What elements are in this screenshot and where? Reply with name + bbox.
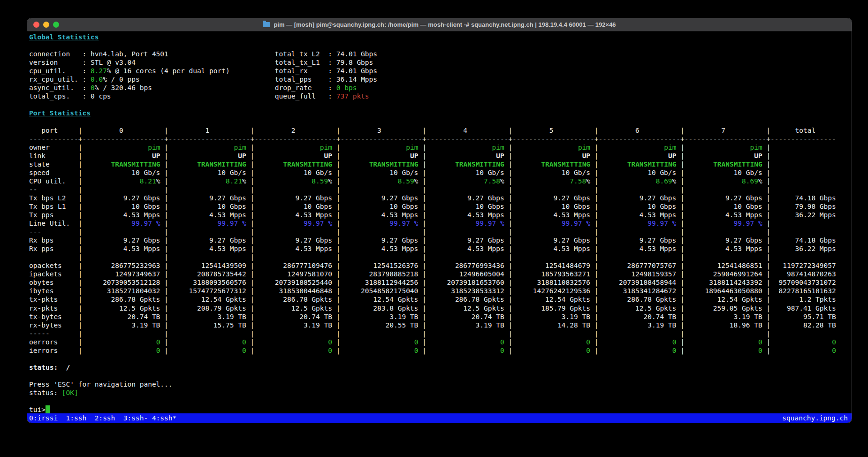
tmux-hostname: squanchy.ipng.ch xyxy=(782,413,848,423)
terminal-line: --- | | | | | | | | | xyxy=(29,228,852,236)
close-button[interactable] xyxy=(33,22,39,28)
zoom-button[interactable] xyxy=(53,22,59,28)
terminal-line xyxy=(29,355,852,363)
terminal-line: rx_cpu_util. : 0.0% / 0 pps total_pps : … xyxy=(29,75,852,84)
terminal-line: cpu_util. : 8.27% @ 16 cores (4 per dual… xyxy=(29,67,852,75)
terminal-line: port | 0 | 1 | 2 | 3 | 4 | 5 | 6 | 7 | t… xyxy=(29,126,852,135)
terminal-line: opackets | 286775232963 | 12541439509 | … xyxy=(29,261,852,270)
terminal-line: CPU util. | 8.21% | 8.21% | 8.59% | 8.59… xyxy=(29,177,852,185)
terminal-screen[interactable]: Global Statistics connection : hvn4.lab,… xyxy=(27,31,852,413)
terminal-line: speed | 10 Gb/s | 10 Gb/s | 10 Gb/s | 10… xyxy=(29,168,852,177)
terminal-line: owner | pim | pim | pim | pim | pim | pi… xyxy=(29,143,852,152)
terminal-line: Rx bps | 9.27 Gbps | 9.27 Gbps | 9.27 Gb… xyxy=(29,236,852,244)
desktop-background: pim — [mosh] pim@squanchy.ipng.ch: /home… xyxy=(0,0,868,457)
terminal-cursor xyxy=(46,405,50,413)
terminal-line: tx-bytes | 20.74 TB | 3.19 TB | 20.74 TB… xyxy=(29,312,852,321)
terminal-line: rx-bytes | 3.19 TB | 15.75 TB | 3.19 TB … xyxy=(29,321,852,329)
terminal-line: state | TRANSMITTING | TRANSMITTING | TR… xyxy=(29,160,852,168)
terminal-line: rx-pkts | 12.5 Gpkts | 208.79 Gpkts | 12… xyxy=(29,304,852,312)
terminal-line: Tx bps L1 | 10 Gbps | 10 Gbps | 10 Gbps … xyxy=(29,202,852,211)
terminal-line xyxy=(29,372,852,380)
terminal-line: tui> xyxy=(29,405,852,413)
terminal-line: link | UP | UP | UP | UP | UP | UP | UP … xyxy=(29,152,852,160)
terminal-line: Rx pps | 4.53 Mpps | 4.53 Mpps | 4.53 Mp… xyxy=(29,244,852,253)
terminal-line: tx-pkts | 286.78 Gpkts | 12.54 Gpkts | 2… xyxy=(29,295,852,304)
terminal-line xyxy=(29,117,852,126)
terminal-line: ipackets | 12497349637 | 208785735442 | … xyxy=(29,270,852,278)
terminal-line xyxy=(29,397,852,405)
window-title-text: pim — [mosh] pim@squanchy.ipng.ch: /home… xyxy=(274,21,616,28)
terminal-line: Port Statistics xyxy=(29,109,852,117)
terminal-line: connection : hvn4.lab, Port 4501 total_t… xyxy=(29,50,852,58)
terminal-line: oerrors | 0 | 0 | 0 | 0 | 0 | 0 | 0 | 0 … xyxy=(29,338,852,346)
terminal-line: status: / xyxy=(29,363,852,372)
terminal-line: ----- | | | | | | | | | xyxy=(29,329,852,338)
terminal-line: Press 'ESC' for navigation panel... xyxy=(29,380,852,388)
terminal-line: Tx pps | 4.53 Mpps | 4.53 Mpps | 4.53 Mp… xyxy=(29,211,852,219)
terminal-line: Global Statistics xyxy=(29,33,852,41)
terminal-line: -- | | | | | | | | | xyxy=(29,185,852,194)
terminal-line: ------------+--------------------+------… xyxy=(29,135,852,143)
minimize-button[interactable] xyxy=(43,22,49,28)
terminal-line: version : STL @ v3.04 total_tx_L1 : 79.8… xyxy=(29,58,852,67)
terminal-line: Line Util. | 99.97 % | 99.97 % | 99.97 %… xyxy=(29,219,852,228)
traffic-lights xyxy=(33,18,59,31)
terminal-line: status: [OK] xyxy=(29,388,852,397)
terminal-line xyxy=(29,100,852,109)
window-titlebar[interactable]: pim — [mosh] pim@squanchy.ipng.ch: /home… xyxy=(27,18,852,31)
terminal-window: pim — [mosh] pim@squanchy.ipng.ch: /home… xyxy=(27,18,852,423)
window-title: pim — [mosh] pim@squanchy.ipng.ch: /home… xyxy=(263,21,616,28)
terminal-line: total_cps. : 0 cps queue_full : 737 pkts xyxy=(29,92,852,100)
terminal-line: | | | | | | | | | xyxy=(29,253,852,261)
tmux-window-list[interactable]: 0:irssi 1:ssh 2:ssh 3:ssh- 4:ssh* xyxy=(29,413,176,423)
folder-icon xyxy=(263,22,270,27)
terminal-line: obytes | 20739053512128 | 3188093560576 … xyxy=(29,278,852,287)
tmux-status-bar: 0:irssi 1:ssh 2:ssh 3:ssh- 4:ssh* squanc… xyxy=(27,413,852,423)
terminal-line: Tx bps L2 | 9.27 Gbps | 9.27 Gbps | 9.27… xyxy=(29,194,852,202)
terminal-line: ibytes | 3185271804032 | 15747725677312 … xyxy=(29,287,852,295)
terminal-line: ierrors | 0 | 0 | 0 | 0 | 0 | 0 | 0 | 0 … xyxy=(29,346,852,355)
terminal-line: async_util. : 0% / 320.46 bps drop_rate … xyxy=(29,84,852,92)
terminal-line xyxy=(29,41,852,50)
